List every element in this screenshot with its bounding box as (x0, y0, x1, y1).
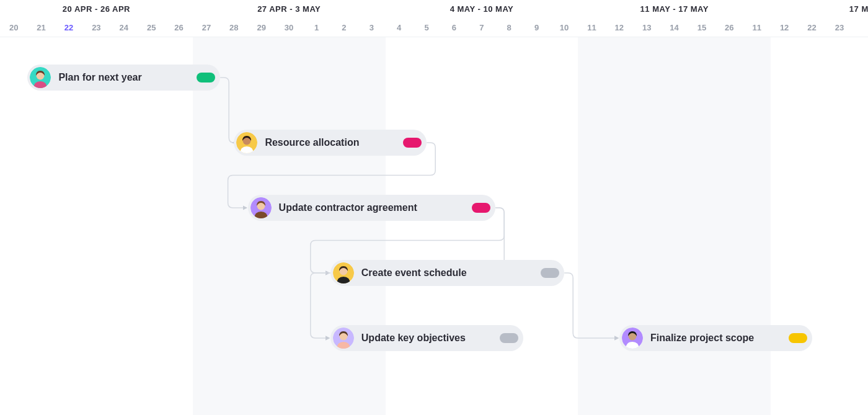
day-label: 29 (248, 19, 275, 37)
assignee-avatar (333, 328, 354, 349)
week-label: 17 MAY - (771, 0, 868, 19)
day-label: 26 (165, 19, 192, 37)
day-label: 27 (193, 19, 220, 37)
day-label: 22 (55, 19, 82, 37)
day-label: 1 (303, 19, 330, 37)
day-label: 30 (275, 19, 303, 37)
task-bar-plan-next-year[interactable]: Plan for next year (27, 65, 220, 91)
day-label: 7 (468, 19, 495, 37)
timeline-header: 20 APR - 26 APR27 APR - 3 MAY4 MAY - 10 … (0, 0, 868, 37)
day-label: 14 (660, 19, 688, 37)
day-label: 23 (826, 19, 853, 37)
day-label: 25 (138, 19, 165, 37)
week-shade (193, 37, 386, 415)
task-bar-update-key-objectives[interactable]: Update key objectives (330, 325, 523, 351)
status-pill (197, 73, 215, 83)
day-label: 12 (771, 19, 798, 37)
status-pill (541, 268, 559, 278)
assignee-avatar (333, 262, 354, 283)
status-pill (500, 333, 518, 343)
day-label: 12 (606, 19, 633, 37)
week-label: 27 APR - 3 MAY (193, 0, 386, 19)
week-label: 20 APR - 26 APR (0, 0, 193, 19)
assignee-avatar (236, 132, 257, 153)
week-row: 20 APR - 26 APR27 APR - 3 MAY4 MAY - 10 … (0, 0, 868, 19)
day-label: 5 (413, 19, 440, 37)
week-label: 11 MAY - 17 MAY (578, 0, 771, 19)
day-label: 28 (220, 19, 247, 37)
week-shade (578, 37, 771, 415)
day-label: 21 (27, 19, 55, 37)
day-label: 8 (495, 19, 523, 37)
day-label: 2 (330, 19, 358, 37)
day-label: 6 (440, 19, 467, 37)
day-label: 11 (578, 19, 605, 37)
day-label: 26 (715, 19, 743, 37)
assignee-avatar (30, 67, 51, 88)
status-pill (403, 138, 422, 148)
status-pill (789, 333, 807, 343)
day-label: 20 (0, 19, 27, 37)
task-bar-create-event-schedule[interactable]: Create event schedule (330, 260, 564, 286)
day-label: 11 (743, 19, 771, 37)
gantt-body: Plan for next yearResource allocationUpd… (0, 37, 868, 415)
day-label: 15 (688, 19, 715, 37)
day-label: 9 (523, 19, 550, 37)
task-label: Resource allocation (265, 137, 397, 148)
day-label: 23 (82, 19, 110, 37)
day-label: 4 (385, 19, 412, 37)
day-label: 10 (551, 19, 578, 37)
task-label: Plan for next year (58, 72, 190, 83)
day-label: 22 (798, 19, 825, 37)
day-label: 24 (110, 19, 138, 37)
task-label: Update contractor agreement (279, 202, 466, 213)
gantt-container: 20 APR - 26 APR27 APR - 3 MAY4 MAY - 10 … (0, 0, 868, 415)
task-bar-finalize-project-scope[interactable]: Finalize project scope (619, 325, 812, 351)
day-row: 2021222324252627282930123456789101112131… (0, 19, 868, 37)
status-pill (472, 203, 490, 213)
week-label: 4 MAY - 10 MAY (386, 0, 578, 19)
task-label: Finalize project scope (650, 332, 782, 344)
day-label: 3 (358, 19, 385, 37)
task-bar-resource-allocation[interactable]: Resource allocation (234, 130, 427, 156)
task-label: Update key objectives (361, 332, 494, 344)
task-label: Create event schedule (361, 267, 534, 279)
assignee-avatar (622, 328, 643, 349)
task-bar-update-contractor-agreement[interactable]: Update contractor agreement (248, 195, 496, 221)
assignee-avatar (250, 197, 272, 218)
day-label: 13 (633, 19, 660, 37)
